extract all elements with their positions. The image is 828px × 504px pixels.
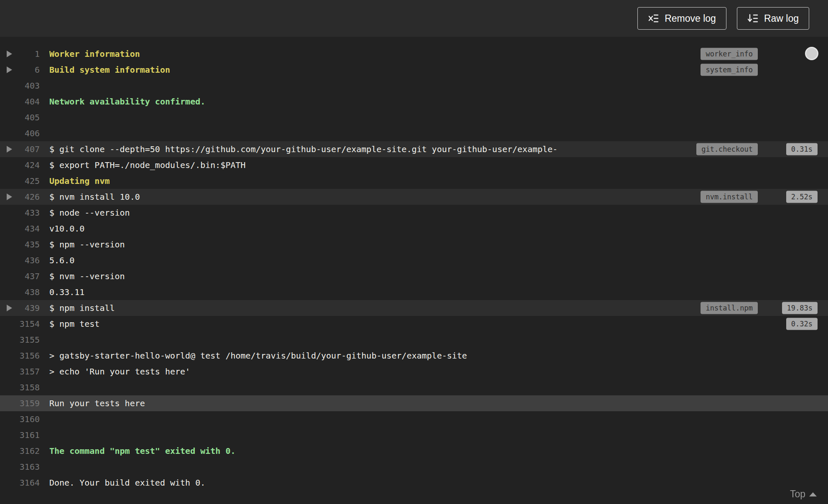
log-line: 435$ npm --version [0,237,828,252]
line-number[interactable]: 436 [0,255,40,265]
log-text: Worker information [49,49,140,59]
log-line: 3162The command "npm test" exited with 0… [0,443,828,459]
scroll-to-top-button[interactable]: Top [790,489,817,500]
line-number[interactable]: 6 [0,65,40,75]
remove-log-label: Remove log [665,13,716,24]
line-number[interactable]: 438 [0,287,40,297]
line-number[interactable]: 3158 [0,382,40,392]
log-text: 0.33.11 [49,287,84,297]
line-number[interactable]: 404 [0,97,40,107]
log-line: 439$ npm installinstall.npm19.83s [0,300,828,316]
raw-log-icon [747,13,758,24]
log-line: 406 [0,125,828,141]
line-number[interactable]: 405 [0,112,40,122]
line-number[interactable]: 3156 [0,351,40,361]
remove-log-icon [648,13,659,24]
remove-log-button[interactable]: Remove log [637,7,726,30]
log-text: 5.6.0 [49,255,74,265]
fold-toggle-icon[interactable] [7,146,12,153]
line-number[interactable]: 3162 [0,446,40,456]
log-line: 3157> echo 'Run your tests here' [0,364,828,379]
line-number[interactable]: 435 [0,239,40,249]
line-number[interactable]: 3154 [0,319,40,329]
log-text: The command "npm test" exited with 0. [49,446,236,456]
line-number[interactable]: 439 [0,303,40,313]
log-text: Updating nvm [49,176,110,186]
duration-badge: 2.52s [786,191,818,203]
log-line: 3160 [0,411,828,427]
duration-badge: 19.83s [782,302,818,314]
line-number[interactable]: 426 [0,192,40,202]
line-number[interactable]: 407 [0,144,40,154]
log-text: Run your tests here [49,398,145,408]
fold-toggle-icon[interactable] [7,193,12,200]
fold-tag-badge: system_info [701,64,758,76]
line-number[interactable]: 433 [0,208,40,218]
log-line: 404Network availability confirmed. [0,94,828,109]
log-line: 405 [0,109,828,125]
raw-log-button[interactable]: Raw log [737,7,809,30]
line-number[interactable]: 3159 [0,398,40,408]
log-text: $ npm test [49,319,99,329]
scroll-to-top-label: Top [790,489,805,500]
chevron-up-icon [809,492,817,496]
fold-tag-badge: git.checkout [696,143,758,155]
line-number[interactable]: 3155 [0,335,40,345]
log-line: 403 [0,78,828,94]
log-text: $ node --version [49,208,130,218]
log-text: $ export PATH=./node_modules/.bin:$PATH [49,160,246,170]
line-number[interactable]: 3163 [0,462,40,472]
line-number[interactable]: 403 [0,81,40,91]
log-line: 1Worker informationworker_info [0,46,828,62]
toolbar: Remove log Raw log [0,0,828,37]
log-line: 437$ nvm --version [0,268,828,284]
duration-badge: 0.31s [786,143,818,155]
log-text: $ npm install [49,303,115,313]
line-number[interactable]: 3161 [0,430,40,440]
scrollbar-thumb[interactable] [805,47,818,60]
log-text: > gatsby-starter-hello-world@ test /home… [49,351,467,361]
log-line: 425Updating nvm [0,173,828,189]
log-text: Build system information [49,65,170,75]
line-number[interactable]: 3160 [0,414,40,424]
log-line: 433$ node --version [0,205,828,221]
log-line: 4380.33.11 [0,284,828,300]
log-line: 434v10.0.0 [0,221,828,237]
line-number[interactable]: 406 [0,128,40,138]
log-lines: 1Worker informationworker_info6Build sys… [0,46,828,491]
log-text: Network availability confirmed. [49,97,205,107]
log-text: $ git clone --depth=50 https://github.co… [49,144,558,154]
log-line: 3158 [0,379,828,395]
log-line: 3159Run your tests here [0,395,828,411]
fold-tag-badge: nvm.install [701,191,758,203]
line-number[interactable]: 3157 [0,367,40,377]
fold-toggle-icon[interactable] [7,66,12,73]
log-text: > echo 'Run your tests here' [49,367,190,377]
log-text: $ npm --version [49,239,125,249]
line-number[interactable]: 1 [0,49,40,59]
line-number[interactable]: 434 [0,224,40,234]
fold-tag-badge: install.npm [701,302,758,314]
fold-toggle-icon[interactable] [7,51,12,57]
log-line: 3154$ npm test0.32s [0,316,828,332]
line-number[interactable]: 425 [0,176,40,186]
fold-toggle-icon[interactable] [7,305,12,311]
log-line: 3155 [0,332,828,348]
log-line: 3164Done. Your build exited with 0. [0,475,828,491]
log-text: v10.0.0 [49,224,84,234]
line-number[interactable]: 437 [0,271,40,281]
log-line: 4365.6.0 [0,252,828,268]
line-number[interactable]: 3164 [0,478,40,488]
log-text: Done. Your build exited with 0. [49,478,205,488]
fold-tag-badge: worker_info [701,48,758,60]
log-line: 6Build system informationsystem_info [0,62,828,78]
log-text: $ nvm --version [49,271,125,281]
log-line: 407$ git clone --depth=50 https://github… [0,141,828,157]
line-number[interactable]: 424 [0,160,40,170]
log-line: 3161 [0,427,828,443]
log-line: 3156> gatsby-starter-hello-world@ test /… [0,348,828,364]
duration-badge: 0.32s [786,318,818,330]
log-line: 424$ export PATH=./node_modules/.bin:$PA… [0,157,828,173]
log-view: 1Worker informationworker_info6Build sys… [0,37,828,504]
log-text: $ nvm install 10.0 [49,192,140,202]
